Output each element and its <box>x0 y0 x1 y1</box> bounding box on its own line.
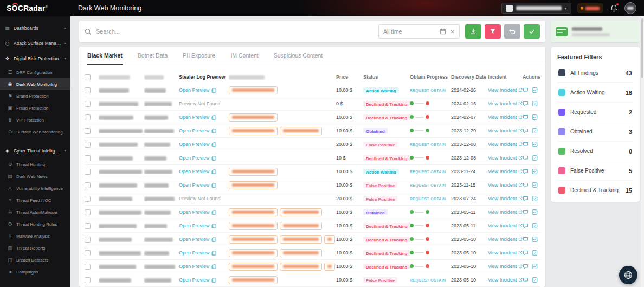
comment-icon[interactable] <box>523 195 529 202</box>
resolve-check-icon[interactable] <box>532 277 538 283</box>
sidebar-item-vulnerability-intelligence[interactable]: △Vulnerability Intelligence <box>0 182 70 194</box>
row-checkbox[interactable] <box>85 87 91 93</box>
row-checkbox[interactable] <box>85 142 91 148</box>
tab-im-content[interactable]: IM Content <box>230 47 259 65</box>
filter-all-findings[interactable]: All Findings43 <box>557 63 633 83</box>
alert-badge[interactable]: ■ <box>577 3 603 13</box>
view-incident-link[interactable]: View Incident <box>488 155 523 161</box>
scrollbar-thumb[interactable] <box>641 18 643 78</box>
sidebar-item-drp-configuration[interactable]: ☰DRP Configuration <box>0 66 70 78</box>
sidebar-item-threat-actor-malware[interactable]: ☠Threat Actor/Malware <box>0 206 70 218</box>
column-header-status[interactable]: Status <box>363 74 410 80</box>
row-checkbox[interactable] <box>85 114 91 120</box>
filter-false-positive[interactable]: False Positive5 <box>557 161 633 181</box>
view-incident-link[interactable]: View Incident <box>488 223 523 228</box>
sidebar-item-surface-web-monitoring[interactable]: ⊕Surface Web Monitoring <box>0 126 70 138</box>
column-header-price[interactable]: Price <box>336 74 363 80</box>
request-obtain-link[interactable]: REQUEST OBTAIN <box>410 143 446 146</box>
open-preview-link[interactable]: Open Preview <box>179 169 216 174</box>
resolve-check-icon[interactable] <box>532 263 538 270</box>
sidebar-item-attack-surface-management[interactable]: ◎Attack Surface Management▸ <box>0 36 70 51</box>
row-checkbox[interactable] <box>85 209 91 215</box>
view-incident-link[interactable]: View Incident <box>488 209 523 215</box>
sidebar-item-threat-reports[interactable]: ▥Threat Reports <box>0 242 70 254</box>
comment-icon[interactable] <box>523 127 529 134</box>
view-incident-link[interactable]: View Incident <box>488 277 523 283</box>
resolve-check-icon[interactable] <box>532 182 538 188</box>
sidebar-item-dark-web-monitoring[interactable]: ◉Dark Web Monitoring <box>0 78 70 90</box>
undo-button[interactable] <box>504 24 520 39</box>
view-incident-link[interactable]: View Incident <box>488 182 523 188</box>
sidebar-item-brand-protection[interactable]: ⚑Brand Protection <box>0 90 70 102</box>
sidebar-item-cyber-threat-intelligence[interactable]: ◈Cyber Threat Intelligence▾ <box>0 143 70 158</box>
organization-selector[interactable]: ▾ <box>501 3 571 14</box>
row-checkbox[interactable] <box>85 264 91 270</box>
view-incident-link[interactable]: View Incident <box>488 87 523 93</box>
account-summary-card[interactable] <box>551 21 640 42</box>
tab-suspicious-content[interactable]: Suspicious Content <box>273 47 323 65</box>
request-obtain-link[interactable]: REQUEST OBTAIN <box>410 183 446 187</box>
open-preview-link[interactable]: Open Preview <box>179 182 216 188</box>
search-input[interactable] <box>96 28 259 35</box>
request-obtain-link[interactable]: REQUEST OBTAIN <box>410 278 446 282</box>
comment-icon[interactable] <box>523 182 529 188</box>
filter-action-waiting[interactable]: Action Waiting18 <box>557 83 633 103</box>
tab-pii-exposure[interactable]: PII Exposure <box>182 47 216 65</box>
open-preview-link[interactable]: Open Preview <box>179 264 216 269</box>
comment-icon[interactable] <box>523 87 529 93</box>
open-preview-link[interactable]: Open Preview <box>179 209 216 215</box>
column-header-date[interactable]: Discovery Date <box>451 74 488 80</box>
socradar-logo[interactable]: SOCRadar® <box>7 4 48 12</box>
sidebar-item-fraud-protection[interactable]: ▣Fraud Protection <box>0 102 70 114</box>
comment-icon[interactable] <box>523 277 529 283</box>
comment-icon[interactable] <box>523 263 529 270</box>
request-obtain-link[interactable]: REQUEST OBTAIN <box>410 197 446 201</box>
sidebar-item-dashboards[interactable]: ▦Dashboards▸ <box>0 21 70 36</box>
view-incident-link[interactable]: View Incident <box>488 196 523 201</box>
resolve-check-icon[interactable] <box>532 100 538 107</box>
row-checkbox[interactable] <box>85 182 91 188</box>
select-all-checkbox[interactable] <box>85 74 91 80</box>
view-incident-link[interactable]: View Incident <box>488 114 523 120</box>
open-preview-link[interactable]: Open Preview <box>179 87 216 93</box>
view-incident-link[interactable]: View Incident <box>488 142 523 147</box>
confirm-button[interactable] <box>524 24 540 39</box>
view-incident-link[interactable]: View Incident <box>488 128 523 133</box>
resolve-check-icon[interactable] <box>532 250 538 256</box>
filter-resolved[interactable]: Resolved0 <box>557 142 633 161</box>
row-checkbox[interactable] <box>85 101 91 107</box>
resolve-check-icon[interactable] <box>532 87 538 93</box>
column-header-incident[interactable]: Incident <box>488 74 523 80</box>
tab-botnet-data[interactable]: Botnet Data <box>137 47 168 65</box>
resolve-check-icon[interactable] <box>532 168 538 175</box>
row-checkbox[interactable] <box>85 196 91 202</box>
user-avatar[interactable] <box>624 2 636 14</box>
tab-black-market[interactable]: Black Market <box>87 47 123 65</box>
sidebar-item-malware-analysis[interactable]: ◊Malware Analysis <box>0 230 70 242</box>
comment-icon[interactable] <box>523 222 529 229</box>
row-checkbox[interactable] <box>85 250 91 256</box>
resolve-check-icon[interactable] <box>532 209 538 215</box>
support-chat-button[interactable] <box>619 266 637 284</box>
open-preview-link[interactable]: Open Preview <box>179 223 216 228</box>
open-preview-link[interactable]: Open Preview <box>179 128 216 133</box>
notifications-button[interactable] <box>609 3 619 13</box>
view-incident-link[interactable]: View Incident <box>488 169 523 174</box>
column-header-progress[interactable]: Obtain Progress <box>410 74 451 80</box>
row-checkbox[interactable] <box>85 128 91 134</box>
scrollbar[interactable] <box>641 16 644 287</box>
sidebar-item-dark-web-news[interactable]: ▤Dark Web News <box>0 170 70 182</box>
column-header-preview[interactable]: Stealer Log Preview <box>179 74 229 80</box>
sidebar-item-threat-feed-ioc[interactable]: ≡Threat Feed / IOC <box>0 194 70 206</box>
comment-icon[interactable] <box>523 168 529 175</box>
resolve-check-icon[interactable] <box>532 141 538 148</box>
alarm-button[interactable] <box>485 24 501 39</box>
open-preview-link[interactable]: Open Preview <box>179 277 216 283</box>
filter-requested[interactable]: Requested2 <box>557 103 633 122</box>
open-preview-link[interactable]: Open Preview <box>179 237 216 242</box>
comment-icon[interactable] <box>523 141 529 148</box>
filter-declined-tracking[interactable]: Declined & Tracking15 <box>557 181 633 200</box>
row-checkbox[interactable] <box>85 237 91 243</box>
resolve-check-icon[interactable] <box>532 114 538 120</box>
resolve-check-icon[interactable] <box>532 155 538 161</box>
